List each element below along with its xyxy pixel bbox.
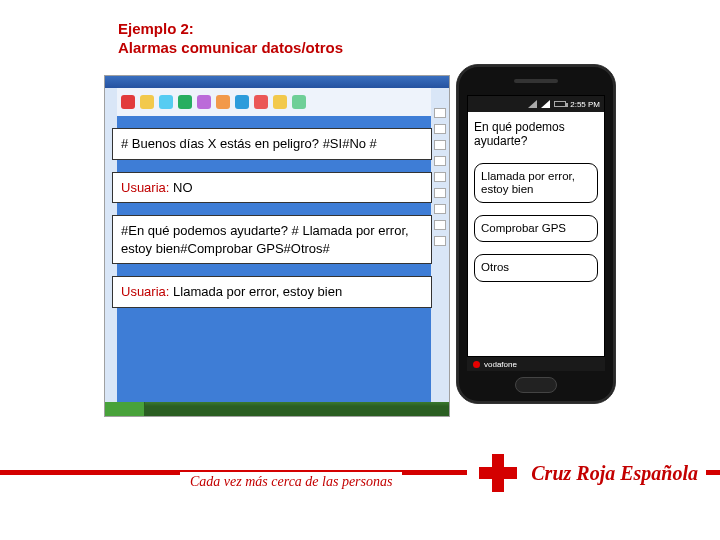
phone-screen: 2:55 PM En qué podemos ayudarte? Llamada… <box>467 95 605 357</box>
rail-icon <box>434 188 446 198</box>
slide-title-line1: Ejemplo 2: <box>118 20 343 39</box>
toolbar-icon <box>235 95 249 109</box>
phone-brandbar: vodafone <box>467 357 605 371</box>
slide-title: Ejemplo 2: Alarmas comunicar datos/otros <box>118 20 343 58</box>
phone-statusbar: 2:55 PM <box>468 96 604 112</box>
user-message-1-text: NO <box>169 180 192 195</box>
conversation: # Buenos días X estás en peligro? #SI#No… <box>112 128 432 320</box>
phone-carrier: vodafone <box>484 360 517 369</box>
user-message-2-text: Llamada por error, estoy bien <box>169 284 342 299</box>
phone-prompt: En qué podemos ayudarte? <box>474 118 598 151</box>
user-label: Usuaria: <box>121 284 169 299</box>
rail-icon <box>434 204 446 214</box>
toolbar-icon <box>254 95 268 109</box>
system-message-2: #En qué podemos ayudarte? # Llamada por … <box>112 215 432 264</box>
toolbar-icon <box>292 95 306 109</box>
rail-icon <box>434 124 446 134</box>
slide-title-line2: Alarmas comunicar datos/otros <box>118 39 343 58</box>
red-cross-icon <box>475 450 521 496</box>
work-area: # Buenos días X estás en peligro? #SI#No… <box>104 72 616 430</box>
user-message-2: Usuaria: Llamada por error, estoy bien <box>112 276 432 308</box>
rail-icon <box>434 220 446 230</box>
phone-mockup: 2:55 PM En qué podemos ayudarte? Llamada… <box>456 64 616 404</box>
phone-home-button[interactable] <box>515 377 557 393</box>
user-label: Usuaria: <box>121 180 169 195</box>
start-button[interactable] <box>105 402 145 416</box>
rail-icon <box>434 156 446 166</box>
right-rail <box>431 88 449 402</box>
rail-icon <box>434 108 446 118</box>
toolbar-icon <box>197 95 211 109</box>
rail-icon <box>434 140 446 150</box>
system-message-1-text: # Buenos días X estás en peligro? #SI#No… <box>121 136 377 151</box>
signal-icon <box>528 100 537 108</box>
toolbar-icon <box>273 95 287 109</box>
system-message-2-text: #En qué podemos ayudarte? # Llamada por … <box>121 223 409 256</box>
phone-option-3[interactable]: Otros <box>474 254 598 281</box>
user-message-1: Usuaria: NO <box>112 172 432 204</box>
phone-speaker <box>514 79 558 83</box>
rail-icon <box>434 172 446 182</box>
phone-screen-body: En qué podemos ayudarte? Llamada por err… <box>468 112 604 286</box>
toolbar-icon <box>178 95 192 109</box>
toolbar-icon <box>140 95 154 109</box>
system-message-1: # Buenos días X estás en peligro? #SI#No… <box>112 128 432 160</box>
rail-icon <box>434 236 446 246</box>
toolbar-icon <box>121 95 135 109</box>
taskbar <box>105 402 449 416</box>
toolbar <box>117 88 431 116</box>
phone-time: 2:55 PM <box>570 100 600 109</box>
phone-option-1[interactable]: Llamada por error, estoy bien <box>474 163 598 203</box>
vodafone-icon <box>473 361 480 368</box>
toolbar-icon <box>159 95 173 109</box>
toolbar-icon <box>216 95 230 109</box>
window-titlebar <box>105 76 449 88</box>
phone-option-2[interactable]: Comprobar GPS <box>474 215 598 242</box>
signal-icon <box>541 100 550 108</box>
battery-icon <box>554 101 566 107</box>
org-name: Cruz Roja Española <box>531 462 698 485</box>
org-logo: Cruz Roja Española <box>467 446 706 500</box>
footer-slogan: Cada vez más cerca de las personas <box>180 472 402 492</box>
footer: Cada vez más cerca de las personas Cruz … <box>0 440 720 500</box>
